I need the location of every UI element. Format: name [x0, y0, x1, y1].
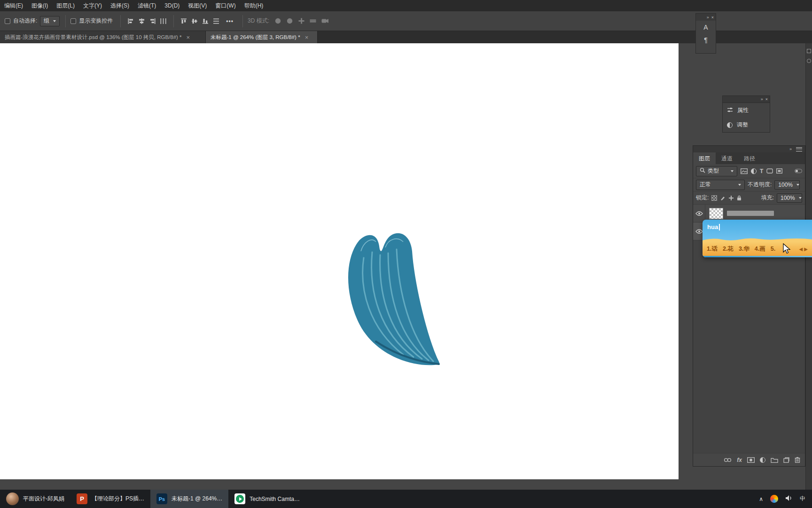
- camtasia-icon: [234, 493, 245, 504]
- tab-channels[interactable]: 通道: [716, 152, 738, 164]
- ime-candidate-4[interactable]: 4.画: [755, 245, 765, 253]
- menu-type[interactable]: 文字(Y): [79, 0, 106, 11]
- tab-layers[interactable]: 图层: [693, 152, 716, 164]
- sogou-ime-icon[interactable]: [770, 495, 778, 503]
- ime-page-prev-icon[interactable]: ◀: [799, 246, 803, 252]
- new-group-icon[interactable]: [771, 457, 778, 463]
- filter-type-layer-icon[interactable]: T: [760, 168, 763, 175]
- ime-page-next-icon[interactable]: ▶: [804, 246, 808, 252]
- menu-layer[interactable]: 图层(L): [52, 0, 79, 11]
- adjustments-panel-button[interactable]: 调整: [723, 118, 770, 132]
- tab-close-icon[interactable]: ×: [187, 34, 190, 41]
- paragraph-panel-icon[interactable]: ¶: [696, 33, 716, 46]
- distribute-h-icon[interactable]: [160, 18, 166, 24]
- menu-image[interactable]: 图像(I): [27, 0, 52, 11]
- link-layers-icon[interactable]: [724, 458, 732, 462]
- ime-bottom-bar: [703, 256, 812, 257]
- photoshop-icon: Ps: [156, 493, 167, 504]
- character-panel-icon[interactable]: A: [696, 21, 716, 33]
- menu-3d[interactable]: 3D(D): [160, 0, 184, 11]
- distribute-v-icon[interactable]: [213, 18, 219, 24]
- chevron-down-icon: [731, 170, 734, 172]
- filter-type-dropdown[interactable]: 类型: [696, 166, 737, 176]
- lock-transparency-icon[interactable]: [711, 195, 717, 201]
- document-tab-bar: 插画篇-浪漫花卉插画背景素材设计.psd @ 136% (图层 10 拷贝, R…: [0, 31, 812, 43]
- lock-all-icon[interactable]: [737, 195, 742, 201]
- align-top-icon[interactable]: [181, 18, 187, 24]
- auto-select-value: 组: [44, 17, 49, 25]
- ime-candidate-5[interactable]: 5.: [771, 246, 775, 252]
- layers-panel: » 图层 通道 路径 类型 T 正常 不透明度: 100% 锁定:: [693, 145, 805, 467]
- menu-edit[interactable]: 编辑(E): [0, 0, 27, 11]
- speaker-icon[interactable]: [785, 495, 793, 503]
- adjustments-icon: [727, 122, 733, 128]
- taskbar-camtasia-item[interactable]: TechSmith Camta…: [228, 490, 306, 508]
- adjustment-layer-icon[interactable]: [760, 457, 765, 463]
- layer-mask-icon[interactable]: [747, 457, 755, 463]
- sliders-icon: [727, 107, 733, 114]
- dock-header: » ×: [696, 14, 716, 21]
- document-canvas[interactable]: [0, 43, 679, 479]
- close-icon[interactable]: ×: [765, 97, 768, 102]
- layer-filter-row: 类型 T: [693, 164, 805, 178]
- menu-window[interactable]: 窗口(W): [211, 0, 240, 11]
- filter-pixel-icon[interactable]: [741, 168, 748, 174]
- layer-name-edit-field[interactable]: [727, 211, 774, 216]
- collapse-panels-icon[interactable]: »: [761, 97, 763, 102]
- tab-close-icon[interactable]: ×: [305, 34, 309, 41]
- 3d-roll-icon: [286, 18, 293, 24]
- menu-help[interactable]: 帮助(H): [240, 0, 268, 11]
- collapsed-panel-icon[interactable]: [807, 59, 811, 63]
- align-right-icon[interactable]: [149, 18, 156, 24]
- tab-title: 插画篇-浪漫花卉插画背景素材设计.psd @ 136% (图层 10 拷贝, R…: [5, 34, 182, 41]
- filter-shape-icon[interactable]: [766, 168, 773, 174]
- auto-select-checkbox[interactable]: [5, 18, 10, 24]
- menu-select[interactable]: 选择(S): [106, 0, 133, 11]
- ime-language-indicator[interactable]: 中: [800, 495, 805, 503]
- search-icon: [700, 167, 705, 175]
- filter-toggle[interactable]: [795, 169, 802, 173]
- align-bottom-icon[interactable]: [203, 18, 209, 24]
- auto-select-dropdown[interactable]: 组: [40, 16, 60, 26]
- collapsed-panel-icon[interactable]: [807, 49, 811, 53]
- layer-thumbnail[interactable]: [709, 208, 723, 219]
- taskbar-powerpoint-item[interactable]: P 【理论部分】PS插…: [70, 490, 150, 508]
- menu-filter[interactable]: 滤镜(T): [133, 0, 160, 11]
- chevron-down-icon: [799, 197, 802, 199]
- lock-position-icon[interactable]: [728, 195, 734, 201]
- photoshop-label: 未标题-1 @ 264%…: [172, 495, 222, 503]
- ime-candidate-1[interactable]: 1.话: [707, 245, 718, 253]
- align-middle-v-icon[interactable]: [192, 18, 198, 24]
- show-transform-checkbox[interactable]: [70, 18, 76, 24]
- layer-effects-icon[interactable]: fx: [737, 457, 742, 463]
- taskbar-people-item[interactable]: 平面设计-邱凤娟: [0, 490, 70, 508]
- more-options-button[interactable]: •••: [226, 18, 234, 24]
- properties-panel-button[interactable]: 属性: [723, 103, 770, 118]
- ime-candidate-2[interactable]: 2.花: [723, 245, 734, 253]
- document-tab-2[interactable]: 未标题-1 @ 264% (图层 3, RGB/8#) * ×: [206, 31, 318, 43]
- align-center-h-icon[interactable]: [139, 18, 145, 24]
- blend-mode-dropdown[interactable]: 正常: [696, 180, 745, 190]
- collapse-panels-icon[interactable]: »: [789, 147, 792, 151]
- ime-candidate-3[interactable]: 3.华: [739, 245, 750, 253]
- align-left-icon[interactable]: [128, 18, 134, 24]
- taskbar-photoshop-item[interactable]: Ps 未标题-1 @ 264%…: [150, 490, 228, 508]
- new-layer-icon[interactable]: [783, 457, 789, 463]
- fill-dropdown[interactable]: 100%: [777, 193, 802, 203]
- tab-paths[interactable]: 路径: [738, 152, 761, 164]
- tray-expand-icon[interactable]: ∧: [759, 496, 763, 502]
- collapsed-dock-strip: [805, 43, 812, 490]
- filter-adjustment-icon[interactable]: [751, 168, 757, 174]
- document-tab-1[interactable]: 插画篇-浪漫花卉插画背景素材设计.psd @ 136% (图层 10 拷贝, R…: [0, 31, 206, 43]
- visibility-toggle[interactable]: [693, 205, 705, 222]
- expand-panels-icon[interactable]: »: [707, 15, 709, 20]
- delete-layer-icon[interactable]: [795, 457, 800, 463]
- menu-view[interactable]: 视图(V): [184, 0, 211, 11]
- divider: [65, 15, 66, 27]
- lock-pixels-icon[interactable]: [720, 195, 726, 201]
- close-icon[interactable]: ×: [711, 15, 714, 20]
- filter-smart-object-icon[interactable]: [776, 168, 782, 174]
- panel-menu-icon[interactable]: [796, 147, 802, 151]
- 3d-orbit-icon: [274, 18, 281, 24]
- opacity-dropdown[interactable]: 100%: [774, 180, 800, 190]
